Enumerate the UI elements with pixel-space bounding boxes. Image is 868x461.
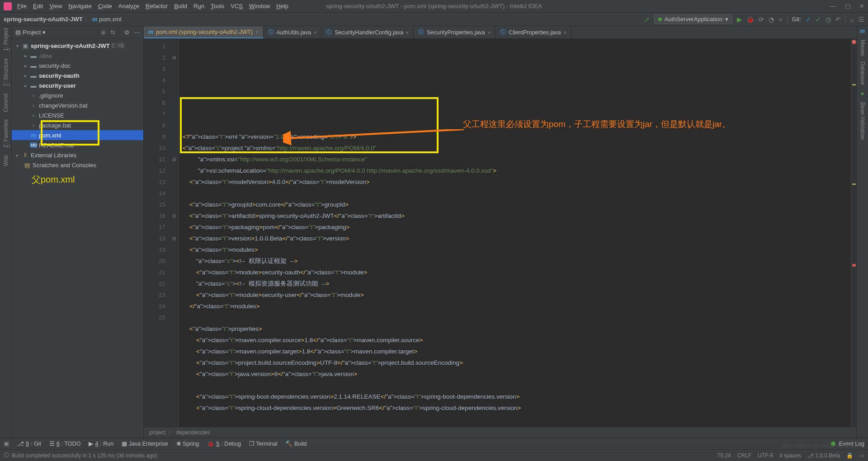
locate-icon[interactable]: ⊕ — [101, 29, 106, 36]
profile-icon[interactable]: ◔ — [769, 16, 774, 23]
rail-project[interactable]: 1: Project — [3, 28, 9, 51]
tw-todo[interactable]: ☰ 6: TODO — [49, 440, 81, 447]
tree-item-LICENSE[interactable]: ▫LICENSE — [12, 110, 143, 120]
tw-run[interactable]: ▶ 4: Run — [89, 440, 113, 447]
tab-close-icon[interactable]: × — [564, 30, 566, 35]
tw-git[interactable]: ⎇ 9: Git — [17, 440, 41, 447]
tree-item-security-oauth[interactable]: ▸▬security-oauth — [12, 71, 143, 80]
settings-icon[interactable]: ☰ — [859, 16, 864, 23]
menu-window[interactable]: Window — [249, 3, 270, 9]
menu-refactor[interactable]: Refactor — [146, 3, 168, 9]
menu-vcs[interactable]: VCS — [231, 3, 243, 9]
tree-item--gitignore[interactable]: ▫.gitignore — [12, 90, 143, 100]
breadcrumb[interactable]: spring-security-oAuth2-JWT〉mpom.xml — [4, 15, 121, 24]
expand-icon[interactable]: ⇆ — [110, 29, 115, 36]
menu-view[interactable]: View — [49, 3, 62, 9]
editor-breadcrumbs[interactable]: project〉dependencies — [144, 427, 856, 437]
status-line-sep[interactable]: CRLF — [737, 452, 751, 459]
menu-help[interactable]: Help — [276, 3, 288, 9]
hide-icon[interactable]: — — [134, 29, 140, 36]
error-stripe[interactable]: ! — [851, 39, 856, 427]
tree-item-security-user[interactable]: ▸▬security-user — [12, 80, 143, 90]
git-label: Git: — [792, 16, 801, 23]
rail-database[interactable]: Database — [859, 61, 866, 85]
tw-spring[interactable]: ❀ Spring — [176, 440, 199, 447]
stop-icon[interactable]: ■ — [778, 16, 782, 23]
menu-edit[interactable]: Edit — [33, 3, 43, 9]
search-icon[interactable]: ⌕ — [850, 16, 854, 23]
fold-column[interactable]: ⊟⊟⊡⊟ — [169, 39, 179, 427]
coverage-icon[interactable]: ⟳ — [759, 16, 764, 23]
tree-item-pom-xml[interactable]: mpom.xml — [12, 130, 143, 140]
tree-item--idea[interactable]: ▸▬.idea — [12, 51, 143, 61]
runconfig-dot-icon — [658, 18, 662, 21]
tab-ClientProperties-java[interactable]: ⒸClientProperties.java× — [495, 26, 571, 38]
debug-icon[interactable]: 🐞 — [746, 16, 754, 23]
editor-area: mpom.xml (spring-security-oAuth2-JWT)×ⒸA… — [144, 26, 856, 437]
menu-code[interactable]: Code — [98, 3, 112, 9]
menu-tools[interactable]: Tools — [211, 3, 224, 9]
status-indent[interactable]: 4 spaces — [779, 452, 801, 459]
git-update-icon[interactable]: ✓ — [806, 16, 811, 23]
code-editor[interactable]: 父工程这里必须设置为pom，子工程需要设置为jar，但是默认就是jar。 <?"… — [179, 39, 851, 427]
tab-AuthUtils-java[interactable]: ⒸAuthUtils.java× — [264, 26, 322, 38]
rail-commit[interactable]: Commit — [3, 94, 9, 112]
tab-pom-xml-spring-security-oAuth2-JWT-[interactable]: mpom.xml (spring-security-oAuth2-JWT)× — [144, 26, 264, 38]
tw-java-enterprise[interactable]: ▦ Java Enterprise — [122, 440, 168, 447]
tree-item-README-md[interactable]: MDREADME.md — [12, 140, 143, 150]
tool-window-bar: ▣ ⎇ 9: Git☰ 6: TODO▶ 4: Run▦ Java Enterp… — [0, 437, 868, 449]
project-tree[interactable]: ▾▣spring-security-oAuth2-JWT E:\项 ▸▬.ide… — [12, 39, 143, 437]
git-revert-icon[interactable]: ↶ — [835, 16, 841, 23]
project-view-selector[interactable]: ▤ Project ▾ — [15, 29, 46, 36]
tree-settings-icon[interactable]: ✿ — [124, 29, 129, 36]
nav-toolbar: spring-security-oAuth2-JWT〉mpom.xml ⤢ Au… — [0, 13, 868, 26]
tab-close-icon[interactable]: × — [314, 30, 316, 35]
maximize-icon[interactable]: ▢ — [845, 3, 850, 9]
tree-item-changeVersion-bat[interactable]: ▫changeVersion.bat — [12, 100, 143, 110]
menu-file[interactable]: File — [17, 3, 27, 9]
tree-item-security-doc[interactable]: ▸▬security-doc — [12, 61, 143, 71]
rail-structure[interactable]: 7: Structure — [3, 58, 9, 86]
close-icon[interactable]: ✕ — [859, 3, 864, 9]
tab-close-icon[interactable]: × — [255, 29, 258, 35]
tw-terminal[interactable]: ❐ Terminal — [249, 440, 277, 447]
tab-close-icon[interactable]: × — [406, 30, 409, 35]
rail-web[interactable]: Web — [3, 155, 9, 166]
run-icon[interactable]: ▶ — [737, 16, 742, 23]
status-encoding[interactable]: UTF-8 — [758, 452, 773, 459]
watermark: https://blog.csdn.net/qq_41853447 — [783, 443, 859, 448]
rail-maven[interactable]: Maven — [859, 40, 866, 56]
git-history-icon[interactable]: ◷ — [826, 16, 831, 23]
gutter[interactable]: 1234567891011121314151617181920212223242… — [144, 39, 169, 427]
status-git-branch[interactable]: ⎇ 1.0.0.Beta — [807, 452, 840, 459]
build-icon[interactable]: ⤢ — [644, 16, 650, 23]
menu-build[interactable]: Build — [174, 3, 187, 9]
annotation-text: 父工程这里必须设置为pom，子工程需要设置为jar，但是默认就是jar。 — [463, 118, 680, 130]
minimize-icon[interactable]: ― — [830, 3, 836, 9]
inspection-indicator-icon[interactable]: ! — [852, 40, 856, 44]
tab-SecurityHandlerConfig-java[interactable]: ⒸSecurityHandlerConfig.java× — [321, 26, 414, 38]
menu-bar: File Edit View Navigate Code Analyze Ref… — [0, 0, 868, 13]
tree-item-package-bat[interactable]: ▫package.bat — [12, 120, 143, 130]
tree-external-libs[interactable]: ▸⫴External Libraries — [12, 150, 143, 160]
menu-navigate[interactable]: Navigate — [68, 3, 91, 9]
tree-scratches[interactable]: ▤Scratches and Consoles — [12, 160, 143, 170]
tree-root[interactable]: ▾▣spring-security-oAuth2-JWT E:\项 — [12, 41, 143, 51]
tw-debug[interactable]: 🐞 5: Debug — [207, 440, 241, 447]
rail-bean-validation[interactable]: Bean Validation — [859, 102, 866, 140]
tab-close-icon[interactable]: × — [488, 30, 491, 35]
run-config-selector[interactable]: AuthServerApplication ▾ — [654, 14, 733, 24]
git-commit-icon[interactable]: ✓ — [816, 16, 821, 23]
status-caret-pos[interactable]: 75:24 — [717, 452, 731, 459]
rail-maven-icon[interactable]: m — [860, 28, 865, 34]
tab-SecurityProperties-java[interactable]: ⒸSecurityProperties.java× — [414, 26, 495, 38]
lock-icon[interactable]: 🔒 — [846, 452, 853, 459]
menu-analyze[interactable]: Analyze — [118, 3, 139, 9]
tw-toggle-icon[interactable]: ▣ — [4, 440, 9, 447]
rail-favorites[interactable]: 2: Favorites — [3, 119, 9, 148]
menu-run[interactable]: Run — [193, 3, 204, 9]
memory-icon[interactable]: ▭ — [859, 452, 864, 459]
tw-build[interactable]: 🔨 Build — [285, 440, 307, 447]
left-tool-rail: 1: Project 7: Structure Commit 2: Favori… — [0, 26, 12, 437]
app-logo-icon — [4, 2, 12, 10]
